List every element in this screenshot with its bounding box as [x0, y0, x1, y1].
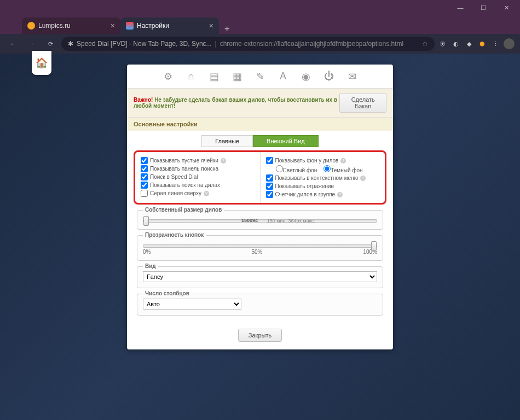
tab-title: Настройки	[137, 22, 206, 30]
settings-panel: ⚙ ⌂ ▤ ▦ ✎ A ◉ ⏻ ✉ Важно! Не забудьте сде…	[127, 65, 393, 349]
subtab-main[interactable]: Главные	[201, 135, 253, 147]
close-icon[interactable]: ×	[209, 22, 213, 30]
opt-context-menu[interactable]: Показывать в контекстном меню?	[266, 174, 380, 182]
opt-search-panel[interactable]: Показывать панель поиска	[141, 165, 255, 173]
backup-button[interactable]: Сделать Бэкап	[339, 93, 386, 113]
close-button[interactable]: Закрыть	[238, 329, 282, 342]
close-icon[interactable]: ×	[111, 22, 115, 30]
subtab-appearance[interactable]: Внешний Вид	[253, 135, 319, 147]
opt-counter[interactable]: Счетчик дилов в группе?	[266, 190, 380, 199]
reload-button[interactable]: ⟳	[43, 36, 58, 51]
view-select[interactable]: Fancy	[143, 271, 377, 282]
home-badge[interactable]: 🏠	[32, 51, 51, 75]
home-icon: 🏠	[36, 57, 48, 69]
opacity-slider[interactable]	[143, 244, 377, 248]
tab-settings[interactable]: Настройки ×	[120, 18, 219, 34]
avatar[interactable]	[504, 38, 515, 49]
gear-icon[interactable]: ⚙	[161, 70, 175, 83]
subtab-row: Главные Внешний Вид	[127, 131, 393, 147]
help-icon[interactable]: ?	[340, 158, 346, 164]
favicon-settings	[126, 22, 134, 30]
extension-icon[interactable]: ◆	[464, 39, 474, 49]
help-icon[interactable]: ?	[221, 158, 226, 164]
menu-icon[interactable]: ⋮	[490, 39, 500, 49]
radio-light-bg[interactable]: Светлый фон	[276, 165, 317, 173]
tab-title: Lumpics.ru	[38, 22, 107, 30]
power-icon[interactable]: ⏻	[322, 70, 336, 83]
mail-icon[interactable]: ✉	[345, 70, 359, 83]
opt-empty-cells[interactable]: Показывать пустые ячейки?	[141, 156, 255, 165]
group-label: Число столбцов	[143, 290, 192, 296]
size-slider[interactable]: 150x94 150 мин, 364px макс.	[143, 219, 377, 223]
warning-text: Важно! Не забудьте сделать бэкап ваших д…	[134, 97, 339, 109]
font-icon[interactable]: A	[276, 70, 290, 83]
help-icon[interactable]: ?	[204, 191, 209, 196]
tools-icon[interactable]: ✎	[253, 70, 267, 83]
tab-strip: Lumpics.ru × Настройки × +	[0, 15, 520, 34]
back-button[interactable]: ←	[5, 36, 21, 51]
opt-search-on-dials[interactable]: Показывать поиск на дилах	[141, 181, 255, 189]
panel-footer: Закрыть	[127, 321, 393, 349]
opt-dial-bg[interactable]: Показывать фон у дилов?	[266, 156, 380, 165]
address-bar: ← → ⟳ ✱ Speed Dial [FVD] - New Tab Page,…	[0, 34, 520, 54]
url-path: chrome-extension://llaficoajjainaijghjlo…	[220, 40, 404, 48]
window-titlebar: — ☐ ✕	[0, 0, 520, 15]
help-icon[interactable]: ?	[337, 192, 343, 197]
window-close-button[interactable]: ✕	[495, 1, 518, 15]
home-icon[interactable]: ⌂	[184, 70, 198, 83]
page-content: ⚙ ⌂ ▤ ▦ ✎ A ◉ ⏻ ✉ Важно! Не забудьте сде…	[0, 54, 520, 420]
opt-sd-search[interactable]: Поиск в Speed Dial	[141, 173, 255, 181]
window-minimize-button[interactable]: —	[449, 1, 472, 15]
extension-icon[interactable]: ⛨	[438, 39, 448, 49]
tab-lumpics[interactable]: Lumpics.ru ×	[22, 18, 120, 34]
image-icon[interactable]: ▦	[230, 70, 244, 83]
group-dial-size: Собственный размер дилов 150x94 150 мин,…	[137, 210, 383, 230]
window-maximize-button[interactable]: ☐	[472, 1, 495, 15]
highlighted-options: Показывать пустые ячейки? Показывать пан…	[134, 150, 386, 205]
help-icon[interactable]: ?	[360, 176, 366, 181]
group-label: Вид	[143, 263, 158, 269]
url-input[interactable]: ✱ Speed Dial [FVD] - New Tab Page, 3D, S…	[61, 37, 435, 51]
slider-mark: 50%	[251, 249, 262, 255]
extension-icon: ✱	[68, 40, 73, 48]
extension-icon[interactable]: ⬢	[477, 39, 487, 49]
columns-select[interactable]: Авто	[143, 299, 241, 310]
group-view: Вид Fancy	[137, 266, 383, 288]
settings-toolbar: ⚙ ⌂ ▤ ▦ ✎ A ◉ ⏻ ✉	[127, 65, 393, 89]
new-tab-button[interactable]: +	[219, 24, 235, 34]
favicon-lumpics	[27, 22, 35, 30]
forward-button[interactable]: →	[24, 36, 39, 51]
group-label: Собственный размер дилов	[143, 207, 224, 213]
group-label: Прозрачность кнопок	[143, 232, 206, 238]
page-icon[interactable]: ▤	[207, 70, 221, 83]
section-title: Основные настройки	[127, 118, 393, 131]
backup-warning: Важно! Не забудьте сделать бэкап ваших д…	[127, 89, 393, 118]
group-columns: Число столбцов Авто	[137, 294, 383, 316]
slider-mark: 0%	[143, 249, 151, 255]
globe-icon[interactable]: ◉	[299, 70, 313, 83]
bookmark-icon[interactable]: ☆	[422, 40, 428, 48]
opt-reflection[interactable]: Показывать отражение	[266, 182, 380, 190]
group-opacity: Прозрачность кнопок 0% 50% 100%	[137, 235, 383, 261]
radio-dark-bg[interactable]: Темный фон	[323, 165, 362, 173]
extension-icon[interactable]: ◐	[451, 39, 461, 49]
url-title: Speed Dial [FVD] - New Tab Page, 3D, Syn…	[77, 40, 212, 48]
opt-gray-line[interactable]: Серая линия сверху?	[141, 189, 255, 197]
